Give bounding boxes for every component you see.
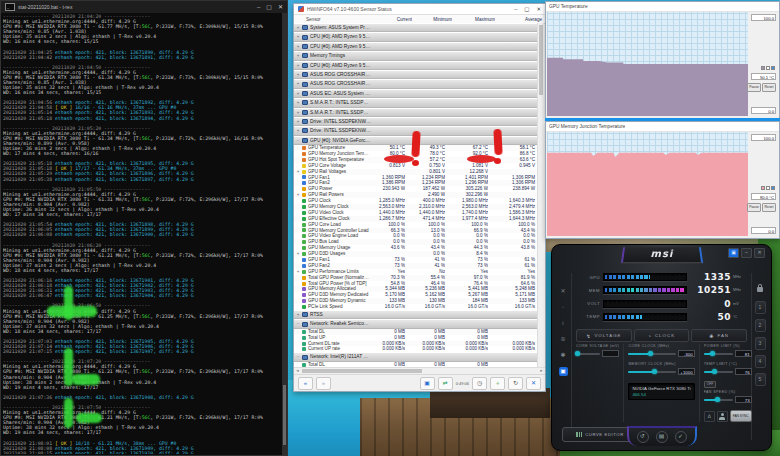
terminal-scrollbar[interactable] bbox=[282, 13, 287, 455]
slider-thumb[interactable] bbox=[712, 369, 717, 374]
terminal-scrollbar-thumb[interactable] bbox=[283, 385, 286, 445]
afterburner-minimize-button[interactable]: – bbox=[741, 248, 752, 258]
settings-sliders-icon[interactable]: ≋ bbox=[559, 335, 568, 344]
slider-value-box[interactable]: 76 bbox=[735, 368, 752, 375]
add-button[interactable]: ＋ bbox=[490, 377, 505, 390]
sensor-group-row[interactable]: +S.M.A.R.T.: INTEL SSDPEKNW010T8... bbox=[294, 98, 538, 107]
reset-button[interactable]: ↺ bbox=[637, 431, 649, 443]
tree-toggle-icon[interactable]: − bbox=[294, 319, 302, 328]
slider-value-box[interactable]: -300 bbox=[678, 350, 695, 357]
tree-toggle-icon[interactable]: + bbox=[294, 192, 302, 198]
hwinfo-close-button[interactable]: ✕ bbox=[536, 6, 541, 12]
hwinfo-titlebar[interactable]: HWiNFO64 v7.10-4600 Sensor Status – ▢ ✕ bbox=[294, 4, 545, 15]
save-button[interactable]: ▤ bbox=[656, 431, 668, 443]
slider-track[interactable] bbox=[704, 353, 733, 355]
terminal-maximize-button[interactable]: ▢ bbox=[266, 2, 272, 12]
column-average[interactable]: Average bbox=[495, 17, 545, 22]
forward-button[interactable]: » bbox=[316, 377, 331, 390]
slider-thumb[interactable] bbox=[648, 351, 653, 356]
slider-track[interactable] bbox=[576, 353, 600, 355]
sensor-group-row[interactable]: +System: ASUS System Product Name bbox=[294, 23, 538, 32]
hwinfo-hscroll-thumb[interactable] bbox=[302, 369, 422, 373]
slider-value-box[interactable]: 81 bbox=[735, 350, 752, 357]
tree-toggle-icon[interactable]: + bbox=[294, 79, 302, 88]
tree-toggle-icon[interactable]: + bbox=[294, 117, 302, 126]
kombustor-icon[interactable]: ✕ bbox=[559, 287, 568, 296]
slider-thumb[interactable] bbox=[575, 351, 580, 356]
tree-toggle-icon[interactable]: + bbox=[294, 310, 302, 319]
slider-track[interactable] bbox=[704, 371, 733, 373]
tree-toggle-icon[interactable]: + bbox=[294, 23, 302, 32]
profile-lock-icon[interactable] bbox=[757, 287, 763, 292]
tree-toggle-icon[interactable]: + bbox=[294, 70, 302, 79]
graph1-pause-button[interactable]: Pause bbox=[747, 83, 761, 92]
temp-priority-off-label[interactable]: OFF bbox=[704, 381, 717, 388]
core-clock-slider[interactable]: CORE CLOCK (MHz)-300 bbox=[628, 344, 694, 360]
network-share-button[interactable]: ⇄ bbox=[438, 377, 453, 390]
fan-sync-button[interactable]: FAN SYNC bbox=[730, 410, 752, 422]
tree-toggle-icon[interactable]: + bbox=[294, 126, 302, 135]
graph2-pause-button[interactable]: Pause bbox=[747, 203, 761, 212]
temp-priority-toggle[interactable]: OFF bbox=[704, 381, 752, 388]
sensor-group-row[interactable]: +Drive: INTEL SSDPEKNW128G8 (BTSA... bbox=[294, 117, 538, 126]
tree-toggle-icon[interactable]: + bbox=[294, 108, 302, 117]
sensor-group-row[interactable]: +RTSS bbox=[294, 310, 538, 319]
profile-slot-3[interactable]: 3 bbox=[755, 337, 766, 350]
close-sensors-button[interactable]: ✕ bbox=[526, 377, 541, 390]
column-maximum[interactable]: Maximum bbox=[452, 17, 495, 22]
oc-scanner-icon[interactable]: ◦ bbox=[559, 303, 568, 312]
tree-toggle-icon[interactable]: + bbox=[294, 269, 302, 275]
slider-thumb[interactable] bbox=[715, 397, 720, 402]
slider-value-box[interactable]: +1000 bbox=[678, 368, 695, 375]
profile-slot-2[interactable]: 2 bbox=[755, 319, 766, 332]
apply-button[interactable]: ✓ bbox=[675, 431, 687, 443]
slider-track[interactable] bbox=[704, 399, 733, 401]
tree-toggle-icon[interactable]: + bbox=[294, 89, 302, 98]
sensor-group-row[interactable]: −Network: Realtek Semiconductor RT... bbox=[294, 319, 538, 328]
terminal-titlebar[interactable]: _ stat-20211020.bat - t-rex – ▢ ✕ bbox=[1, 1, 287, 13]
core-voltage-slider[interactable]: CORE VOLTAGE (mV) bbox=[576, 344, 619, 360]
tree-toggle-icon[interactable]: + bbox=[294, 32, 302, 41]
graph1-reset-button[interactable]: Reset bbox=[762, 83, 776, 92]
slider-thumb[interactable] bbox=[652, 369, 657, 374]
sensor-group-row[interactable]: +CPU [#0]: AMD Ryzen 9 5950X: Enh... bbox=[294, 61, 538, 70]
hwinfo-horizontal-scrollbar[interactable]: ◄ ► bbox=[294, 367, 545, 374]
tree-toggle-icon[interactable]: + bbox=[294, 169, 302, 175]
sensor-group-row[interactable]: −Network: Intel(R) I211AT Copper (Peer..… bbox=[294, 352, 538, 361]
tree-toggle-icon[interactable]: + bbox=[294, 42, 302, 51]
sensor-group-row[interactable]: +CPU [#0]: AMD Ryzen 9 5950X bbox=[294, 32, 538, 41]
tree-toggle-icon[interactable]: + bbox=[294, 51, 302, 60]
column-sensor[interactable]: Sensor bbox=[302, 17, 378, 22]
back-button[interactable]: « bbox=[298, 377, 313, 390]
power-limit-slider[interactable]: POWER LIMIT (%)81 bbox=[704, 344, 752, 360]
information-icon[interactable]: i bbox=[559, 319, 568, 328]
fan-auto-button[interactable]: ∆ bbox=[704, 411, 715, 422]
terminal-close-button[interactable]: ✕ bbox=[278, 2, 283, 12]
tree-toggle-icon[interactable]: + bbox=[294, 61, 302, 70]
profile-slot-1[interactable]: 1 bbox=[755, 301, 766, 314]
temp-limit-slider[interactable]: TEMP LIMIT (°C)76 bbox=[704, 362, 752, 378]
afterburner-titlebar[interactable]: msi ▣ – ✕ bbox=[552, 245, 771, 265]
slider-value-box[interactable]: 73 bbox=[735, 396, 752, 403]
slider-track[interactable] bbox=[628, 371, 675, 373]
terminal-minimize-button[interactable]: – bbox=[257, 2, 260, 12]
column-minimum[interactable]: Minimum bbox=[412, 17, 452, 22]
hwinfo-vertical-scrollbar[interactable] bbox=[537, 23, 544, 368]
slider-thumb[interactable] bbox=[710, 351, 715, 356]
sensor-group-row[interactable]: +Memory Timings bbox=[294, 51, 538, 60]
tree-toggle-icon[interactable]: + bbox=[294, 98, 302, 107]
hwinfo-minimize-button[interactable]: – bbox=[514, 6, 517, 12]
column-current[interactable]: Current bbox=[378, 17, 412, 22]
clock-button[interactable]: ◷ bbox=[472, 377, 487, 390]
afterburner-detach-button[interactable]: ▣ bbox=[728, 248, 739, 258]
slider-track[interactable] bbox=[628, 353, 675, 355]
afterburner-close-button[interactable]: ✕ bbox=[754, 248, 765, 258]
sensor-group-row[interactable]: +ASUS EC: ASUS System Product Name bbox=[294, 89, 538, 98]
reset-values-button[interactable]: ↻ bbox=[508, 377, 523, 390]
tree-toggle-icon[interactable]: + bbox=[294, 251, 302, 257]
sensor-group-row[interactable]: +CPU [#0]: AMD Ryzen 9 5950X: CCD... bbox=[294, 42, 538, 51]
profile-slot-5[interactable]: 5 bbox=[755, 373, 766, 386]
profile-slot-4[interactable]: 4 bbox=[755, 355, 766, 368]
fan-speed-slider[interactable]: FAN SPEED (%)73 bbox=[704, 390, 752, 406]
hardware-monitor-icon[interactable]: ▣ bbox=[559, 367, 568, 376]
